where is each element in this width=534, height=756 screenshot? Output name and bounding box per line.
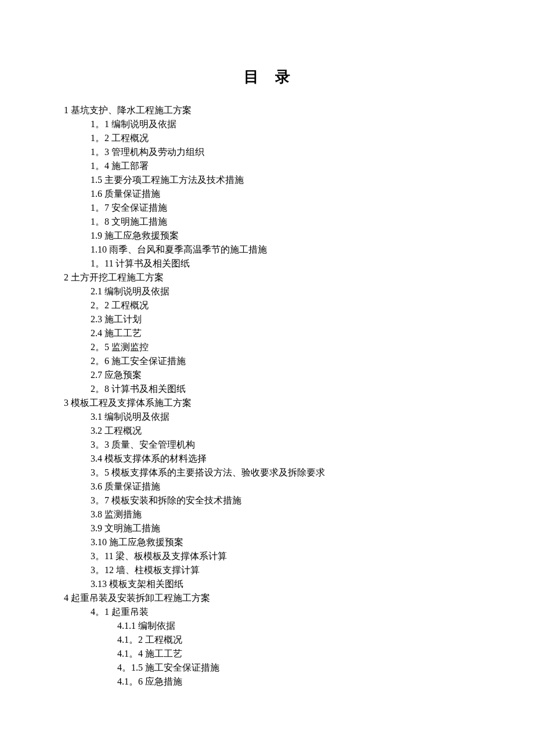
toc-entry: 1。1 编制说明及依据: [91, 117, 470, 131]
toc-entry: 3.10 施工应急救援预案: [91, 535, 470, 549]
toc-entry: 2。5 监测监控: [91, 340, 470, 354]
toc-entry: 2.7 应急预案: [91, 368, 470, 382]
toc-entry: 3。11 梁、板模板及支撑体系计算: [91, 549, 470, 563]
toc-entry: 4。1 起重吊装: [91, 605, 470, 619]
toc-entry: 2。2 工程概况: [91, 298, 470, 312]
toc-entry: 2。6 施工安全保证措施: [91, 354, 470, 368]
toc-entry: 1。8 文明施工措施: [91, 215, 470, 229]
toc-entry: 3。7 模板安装和拆除的安全技术措施: [91, 494, 470, 507]
toc-entry: 1。3 管理机构及劳动力组织: [91, 145, 470, 159]
toc-entry: 1。4 施工部署: [91, 159, 470, 173]
table-of-contents: 1 基坑支护、降水工程施工方案1。1 编制说明及依据1。2 工程概况1。3 管理…: [64, 103, 470, 689]
toc-entry: 3.8 监测措施: [91, 507, 470, 521]
toc-entry: 4.1。4 施工工艺: [117, 647, 470, 661]
toc-entry: 1.6 质量保证措施: [91, 187, 470, 201]
toc-entry: 2.4 施工工艺: [91, 326, 470, 340]
toc-entry: 3.4 模板支撑体系的材料选择: [91, 452, 470, 466]
toc-entry: 4 起重吊装及安装拆卸工程施工方案: [64, 591, 470, 605]
toc-entry: 3.2 工程概况: [91, 424, 470, 438]
toc-entry: 1.9 施工应急救援预案: [91, 229, 470, 243]
page-title: 目录: [64, 67, 470, 87]
toc-entry: 2 土方开挖工程施工方案: [64, 271, 470, 285]
toc-entry: 3.1 编制说明及依据: [91, 410, 470, 424]
toc-entry: 3。12 墙、柱模板支撑计算: [91, 563, 470, 577]
toc-entry: 1。2 工程概况: [91, 131, 470, 145]
toc-entry: 2.1 编制说明及依据: [91, 285, 470, 298]
toc-entry: 1 基坑支护、降水工程施工方案: [64, 103, 470, 117]
toc-entry: 4。1.5 施工安全保证措施: [117, 661, 470, 675]
toc-entry: 4.1.1 编制依据: [117, 619, 470, 633]
toc-entry: 1.5 主要分项工程施工方法及技术措施: [91, 173, 470, 187]
toc-entry: 2.3 施工计划: [91, 312, 470, 326]
toc-entry: 1。7 安全保证措施: [91, 201, 470, 215]
toc-entry: 4.1。2 工程概况: [117, 633, 470, 647]
toc-entry: 4.1。6 应急措施: [117, 675, 470, 689]
toc-entry: 3。3 质量、安全管理机构: [91, 438, 470, 452]
toc-entry: 2。8 计算书及相关图纸: [91, 382, 470, 396]
toc-entry: 3.9 文明施工措施: [91, 521, 470, 535]
toc-entry: 1。11 计算书及相关图纸: [91, 257, 470, 271]
toc-entry: 3 模板工程及支撑体系施工方案: [64, 396, 470, 410]
toc-entry: 3.13 模板支架相关图纸: [91, 577, 470, 591]
toc-entry: 1.10 雨季、台风和夏季高温季节的施工措施: [91, 243, 470, 257]
toc-entry: 3。5 模板支撑体系的主要搭设方法、验收要求及拆除要求: [91, 466, 470, 480]
toc-entry: 3.6 质量保证措施: [91, 480, 470, 494]
